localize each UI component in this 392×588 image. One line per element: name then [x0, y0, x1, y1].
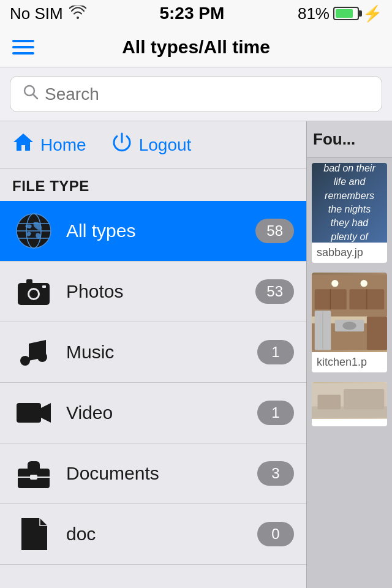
music-count: 1 [257, 340, 294, 364]
bolt-icon: ⚡ [363, 4, 382, 23]
video-label: Video [66, 402, 246, 423]
power-icon [111, 131, 133, 159]
svg-point-22 [360, 280, 367, 287]
main-content: Home Logout FILE TYPE [0, 121, 392, 588]
status-time: 5:23 PM [159, 4, 224, 23]
search-bar [10, 76, 382, 112]
photos-label: Photos [66, 281, 244, 302]
video-count: 1 [257, 401, 294, 425]
svg-rect-12 [42, 285, 46, 288]
documents-label: Documents [66, 463, 246, 484]
svg-point-10 [29, 290, 38, 298]
file-type-item-documents[interactable]: Documents 3 [0, 443, 306, 504]
wifi-icon [69, 4, 86, 23]
logout-label: Logout [139, 135, 192, 155]
file-type-item-all[interactable]: All types 58 [0, 201, 306, 262]
doc-count: 0 [257, 522, 294, 546]
status-left: No SIM [10, 4, 86, 23]
all-types-count: 58 [255, 219, 294, 243]
file-type-list: All types 58 Photos 53 [0, 201, 306, 588]
thumb-quote-image: no one looks bad on their life and remem… [312, 163, 387, 243]
svg-rect-36 [344, 389, 384, 409]
logout-button[interactable]: Logout [111, 131, 192, 159]
music-icon [12, 331, 55, 374]
file-icon [12, 513, 55, 556]
svg-rect-15 [17, 403, 41, 423]
section-header: FILE TYPE [0, 169, 306, 201]
doc-label: doc [66, 524, 246, 545]
carrier-text: No SIM [10, 4, 63, 23]
home-icon [12, 131, 34, 159]
search-icon [23, 84, 39, 104]
file-type-item-photos[interactable]: Photos 53 [0, 262, 306, 322]
music-label: Music [66, 342, 246, 363]
svg-point-31 [342, 322, 356, 330]
status-right: 81% ⚡ [298, 4, 382, 23]
nav-buttons: Home Logout [0, 121, 306, 169]
battery-percent: 81% [298, 4, 330, 23]
svg-rect-19 [30, 475, 37, 480]
status-bar: No SIM 5:23 PM 81% ⚡ [0, 0, 392, 27]
file-type-item-doc[interactable]: doc 0 [0, 504, 306, 565]
thumbnail-label-2: kitchen1.p [312, 352, 387, 372]
hamburger-button[interactable] [12, 40, 34, 55]
thumb-bathroom-image [312, 382, 387, 419]
home-button[interactable]: Home [12, 131, 86, 159]
navbar: All types/All time [0, 27, 392, 67]
svg-point-13 [20, 356, 30, 366]
all-types-label: All types [66, 221, 244, 241]
svg-point-14 [37, 352, 47, 362]
video-icon [12, 391, 55, 434]
svg-line-1 [33, 94, 37, 99]
svg-marker-16 [41, 403, 51, 423]
thumb-kitchen-image [312, 273, 387, 352]
svg-rect-35 [317, 395, 341, 410]
thumbnail-item-3[interactable] [312, 382, 387, 426]
briefcase-icon [12, 452, 55, 495]
search-input[interactable] [45, 85, 369, 104]
camera-icon [12, 270, 55, 313]
documents-count: 3 [257, 461, 294, 486]
photos-count: 53 [255, 279, 294, 304]
file-type-item-video[interactable]: Video 1 [0, 383, 306, 443]
thumbnail-item-2[interactable]: kitchen1.p [312, 273, 387, 372]
home-label: Home [40, 135, 86, 155]
left-panel: Home Logout FILE TYPE [0, 121, 306, 588]
thumbnail-label-3 [312, 419, 387, 426]
page-title: All types/All time [122, 37, 270, 58]
svg-point-21 [331, 280, 338, 287]
svg-rect-11 [26, 279, 32, 284]
right-panel-header: Fou... [307, 121, 392, 158]
right-panel: Fou... no one looks bad on their life an… [306, 121, 392, 588]
thumbnail-item-1[interactable]: no one looks bad on their life and remem… [312, 163, 387, 263]
file-type-item-music[interactable]: Music 1 [0, 322, 306, 383]
svg-rect-32 [367, 317, 387, 350]
battery-icon [333, 7, 359, 20]
globe-icon [12, 209, 55, 252]
search-bar-container [0, 67, 392, 121]
